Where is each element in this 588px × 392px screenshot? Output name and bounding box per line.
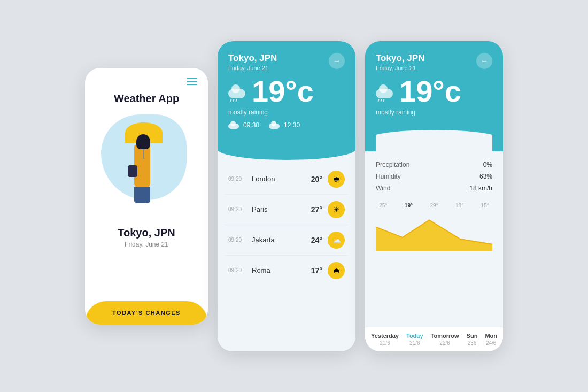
detail-wave-white xyxy=(376,130,492,151)
small-cloud-icon-2 xyxy=(269,121,281,129)
screen2-nav-btn[interactable]: → xyxy=(329,53,345,69)
day-item[interactable]: Yesterday 20/6 xyxy=(371,333,399,346)
screen3-temp-row: 19°c xyxy=(376,76,492,106)
stat-value: 0% xyxy=(483,161,492,168)
screen3-nav-btn[interactable]: ← xyxy=(476,53,492,69)
chart-label: 25° xyxy=(379,203,387,209)
screen3-date: Friday, June 21 xyxy=(376,65,424,71)
person-figure xyxy=(122,122,171,213)
screen3-city-info: Tokyo, JPN Friday, June 21 xyxy=(376,53,424,71)
city-temp: 20° xyxy=(311,175,322,183)
time-item-1: 09:30 xyxy=(228,121,259,129)
city-row[interactable]: 09:20 London 20° 🌧 xyxy=(225,164,348,195)
city-time: 09:20 xyxy=(228,206,249,212)
city-temp: 17° xyxy=(311,266,322,275)
city-weather-icon: ⛅ xyxy=(328,232,345,249)
day-name: Sun xyxy=(467,333,478,339)
city-time: 09:20 xyxy=(228,237,249,243)
screens-container: Weather App Tokyo, JPN Friday, June 21 T… xyxy=(74,25,514,367)
weather-icon-emoji: 🌧 xyxy=(332,175,340,183)
day-date: 20/6 xyxy=(380,340,390,346)
city-weather-icon: ☀ xyxy=(328,201,345,218)
illustration xyxy=(85,109,208,221)
weather-icon-emoji: ⛅ xyxy=(332,236,341,244)
city-name: London xyxy=(252,175,311,183)
todays-changes-button[interactable]: TODAY'S CHANGES xyxy=(85,301,208,325)
svg-marker-0 xyxy=(376,220,492,251)
welcome-date: Friday, June 21 xyxy=(125,241,168,248)
stat-label: Humidity xyxy=(376,173,401,180)
day-name: Tomorrow xyxy=(431,333,459,339)
screen3-temperature: 19°c xyxy=(399,76,461,106)
btn-wrap: TODAY'S CHANGES xyxy=(85,301,208,325)
screen3-cloud-icon xyxy=(376,84,395,98)
weather-cloud-icon xyxy=(228,84,247,98)
detail-wave xyxy=(376,125,492,151)
city-time: 09:20 xyxy=(228,176,249,182)
day-date: 21/6 xyxy=(409,340,420,346)
header-top-row: Tokyo, JPN Friday, June 21 → xyxy=(228,53,345,71)
screen3-description: mostly raining xyxy=(376,109,492,116)
city-time: 09:20 xyxy=(228,267,249,273)
time-text-2: 12:30 xyxy=(284,121,300,129)
screen3-rain-drops xyxy=(378,99,384,102)
rain-drop-2 xyxy=(233,98,234,101)
screen2-times: 09:30 12:30 xyxy=(228,121,345,129)
screen2-city: Tokyo, JPN xyxy=(228,53,277,64)
days-footer: Yesterday 20/6 Today 21/6 Tomorrow 22/6 … xyxy=(365,327,503,351)
rain-drop-s3-2 xyxy=(380,98,382,101)
temperature-chart xyxy=(365,209,503,251)
person-hair xyxy=(136,134,150,149)
rain-drop-s3-1 xyxy=(377,98,379,101)
screen2-temperature: 19°c xyxy=(252,76,314,106)
chart-labels: 25°19°29°18°15° xyxy=(365,198,503,209)
app-title: Weather App xyxy=(114,93,179,105)
stat-row: Precpitation 0% xyxy=(376,159,492,171)
city-temp: 24° xyxy=(311,236,322,244)
stat-row: Humidity 63% xyxy=(376,171,492,182)
city-temp: 27° xyxy=(311,205,322,214)
chart-label: 18° xyxy=(455,203,463,209)
header-wave xyxy=(218,139,355,160)
city-name: Paris xyxy=(252,205,311,213)
screen-detail: Tokyo, JPN Friday, June 21 ← 19°c mostly… xyxy=(365,41,503,351)
weather-icon-emoji: 🌧 xyxy=(332,266,340,275)
screen-welcome: Weather App Tokyo, JPN Friday, June 21 T… xyxy=(85,68,208,325)
screen3-cloud-body xyxy=(376,89,393,98)
menu-icon[interactable] xyxy=(187,78,197,85)
small-cloud-icon-1 xyxy=(228,121,240,129)
stat-row: Wind 18 km/h xyxy=(376,182,492,194)
city-weather-icon: 🌧 xyxy=(328,171,345,188)
time-text-1: 09:30 xyxy=(243,121,259,129)
day-item[interactable]: Mon 24/6 xyxy=(485,333,497,346)
day-name: Today xyxy=(406,333,423,339)
day-item[interactable]: Tomorrow 22/6 xyxy=(431,333,459,346)
stat-value: 63% xyxy=(479,173,492,180)
stat-label: Wind xyxy=(376,185,390,192)
day-date: 236 xyxy=(468,340,477,346)
day-name: Yesterday xyxy=(371,333,399,339)
screen3-header-top: Tokyo, JPN Friday, June 21 ← xyxy=(376,53,492,71)
header-city-info: Tokyo, JPN Friday, June 21 xyxy=(228,53,277,71)
day-item[interactable]: Sun 236 xyxy=(467,333,478,346)
screen2-header: Tokyo, JPN Friday, June 21 → 19°c mostly… xyxy=(218,41,355,145)
chart-section: 25°19°29°18°15° xyxy=(365,198,503,327)
city-row[interactable]: 09:20 Jakarta 24° ⛅ xyxy=(225,225,348,256)
person-legs xyxy=(134,187,150,203)
stat-label: Precpitation xyxy=(376,161,409,168)
day-item[interactable]: Today 21/6 xyxy=(406,333,423,346)
rain-drop-3 xyxy=(235,98,237,101)
screen2-description: mostly raining xyxy=(228,109,345,116)
city-row[interactable]: 09:20 Paris 27° ☀ xyxy=(225,195,348,225)
cloud-body xyxy=(228,89,245,98)
time-item-2: 12:30 xyxy=(269,121,300,129)
weather-icon-emoji: ☀ xyxy=(333,205,340,214)
screen3-city: Tokyo, JPN xyxy=(376,53,424,64)
screen2-temp-row: 19°c xyxy=(228,76,345,106)
day-date: 24/6 xyxy=(486,340,496,346)
city-row[interactable]: 09:20 Roma 17° 🌧 xyxy=(225,256,348,286)
city-list: 09:20 London 20° 🌧 09:20 Paris 27° ☀ 09:… xyxy=(218,145,355,351)
person-bag xyxy=(128,165,137,177)
chart-label: 19° xyxy=(405,203,413,209)
rain-drops xyxy=(230,99,237,102)
